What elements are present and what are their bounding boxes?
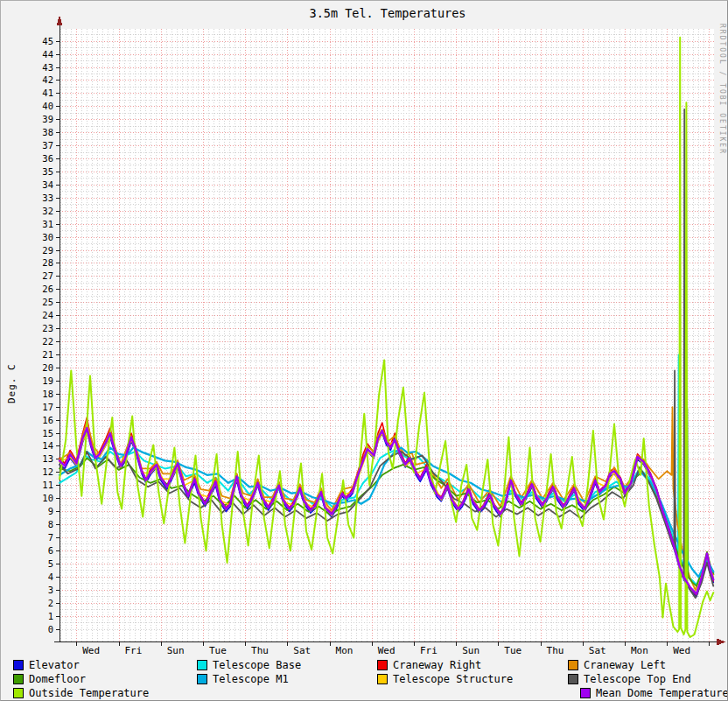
y-tick-label: 18 [42,389,53,399]
x-tick-label: Wed [673,645,690,656]
y-tick-label: 21 [42,349,53,360]
x-tick-label: Fri [420,645,438,656]
y-tick-label: 1 [48,611,53,621]
legend-label: Domefloor [29,673,86,685]
y-tick-label: 25 [42,297,53,307]
legend-item-telescope-top-end: Telescope Top End [568,673,691,685]
x-tick-label: Mon [631,645,648,656]
y-axis-title: Deg. C [6,298,18,403]
legend-swatch [568,660,578,670]
legend-swatch [13,660,24,670]
chart-title: 3.5m Tel. Temperatures [310,6,466,20]
y-tick-label: 31 [42,219,53,229]
y-tick-label: 22 [42,336,53,347]
plot-area [60,29,714,641]
y-tick-label: 40 [42,101,53,111]
legend-swatch [580,688,591,698]
legend-swatch [13,688,24,698]
y-tick-label: 10 [42,493,53,503]
temperature-chart: 0123456789101112131415161718192021222324… [0,0,728,701]
y-tick-label: 42 [42,74,53,85]
legend-swatch [568,674,578,684]
legend-label: Elevator [29,659,80,671]
y-tick-label: 28 [42,257,53,268]
legend-swatch [197,674,207,684]
y-tick-label: 39 [42,114,53,124]
legend-label: Telescope Base [213,659,301,671]
legend-label: Telescope Structure [393,673,513,685]
y-tick-label: 33 [42,193,53,203]
legend-item-domefloor: Domefloor [13,673,86,685]
y-tick-label: 5 [48,558,53,569]
legend-item-telescope-m1: Telescope M1 [197,673,289,685]
y-tick-label: 20 [42,362,53,373]
y-tick-label: 19 [42,375,53,386]
x-tick-label: Sat [589,645,606,656]
x-tick-label: Sat [293,645,311,656]
y-tick-label: 34 [42,179,53,190]
y-tick-label: 37 [42,140,53,151]
x-tick-label: Wed [378,645,396,656]
x-tick-label: Mon [336,645,354,656]
watermark: RRDTOOL / TOBI OETIKER [718,24,726,155]
legend-item-mean-dome-temperature: Mean Dome Temperature [580,687,728,699]
y-tick-label: 13 [42,453,53,464]
x-tick-labels: WedFriSunTueThuSatMonWedFriSunTueThuSatM… [77,641,710,656]
legend-item-craneway-right: Craneway Right [377,659,481,671]
y-tick-label: 41 [42,88,53,98]
legend-label: Craneway Left [584,659,666,671]
x-tick-label: Tue [209,645,227,656]
legend-item-craneway-left: Craneway Left [568,659,666,671]
x-tick-label: Sun [462,645,480,656]
legend-label: Craneway Right [393,659,481,671]
y-tick-label: 17 [42,402,53,412]
y-tick-label: 23 [42,323,53,333]
legend-item-elevator: Elevator [13,659,80,671]
y-tick-label: 35 [42,166,53,177]
y-tick-label: 29 [42,245,53,256]
x-tick-label: Thu [547,645,564,656]
legend-swatch [377,660,388,670]
x-tick-label: Wed [82,645,100,656]
y-axis-arrow [57,15,63,25]
y-tick-label: 16 [42,415,53,425]
y-tick-label: 15 [42,428,53,438]
y-tick-label: 45 [42,36,53,46]
y-tick-label: 36 [42,153,53,164]
x-tick-label: Tue [504,645,522,656]
legend-item-telescope-base: Telescope Base [197,659,301,671]
y-tick-label: 30 [42,232,53,242]
legend-label: Outside Temperature [29,687,149,699]
x-tick-label: Thu [251,645,269,656]
legend-label: Telescope Top End [584,673,691,685]
legend-item-outside-temperature: Outside Temperature [13,687,149,699]
rrd-graph-frame: 0123456789101112131415161718192021222324… [0,0,728,701]
y-tick-label: 32 [42,206,53,216]
y-tick-label: 38 [42,127,53,137]
y-tick-label: 4 [48,571,53,582]
x-tick-label: Fri [124,645,142,656]
x-tick-label: Sun [167,645,185,656]
y-tick-label: 6 [48,545,53,556]
y-tick-label: 0 [48,624,53,634]
x-axis-arrow [717,639,725,646]
y-tick-label: 44 [42,49,53,60]
y-tick-labels: 0123456789101112131415161718192021222324… [42,36,60,634]
y-tick-label: 24 [42,310,53,320]
y-tick-label: 14 [42,440,53,451]
legend-swatch [197,660,207,670]
y-tick-label: 12 [42,466,53,477]
y-tick-label: 26 [42,284,53,294]
legend-label: Mean Dome Temperature [596,687,728,699]
y-tick-label: 27 [42,270,53,281]
y-tick-label: 11 [42,480,53,490]
legend-swatch [377,674,388,684]
legend-label: Telescope M1 [213,673,289,685]
y-tick-label: 8 [48,519,53,529]
y-tick-label: 9 [48,506,53,516]
y-tick-label: 3 [48,585,53,595]
y-tick-label: 7 [48,532,53,543]
y-tick-label: 2 [48,598,53,608]
legend-item-telescope-structure: Telescope Structure [377,673,513,685]
y-tick-label: 43 [42,62,53,73]
